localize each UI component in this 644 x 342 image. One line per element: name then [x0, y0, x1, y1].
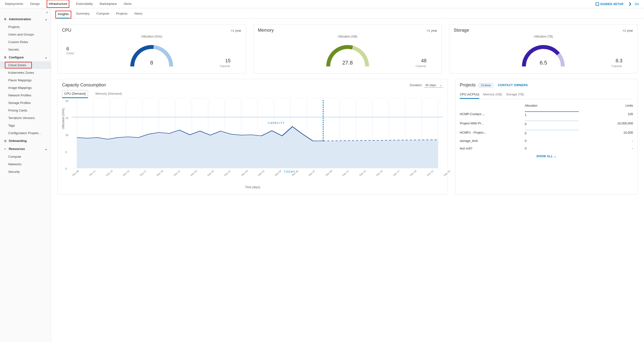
subtab-summary[interactable]: Summary [76, 12, 90, 19]
projects-col-limits: Limits [579, 104, 633, 107]
x-tick: Nov 09 [72, 175, 74, 177]
y-tick: 5 [66, 151, 67, 153]
sidebar-item-pricing-cards[interactable]: Pricing Cards [0, 107, 51, 114]
sidebar: « ⚙Administration⌄ProjectsUsers and Grou… [0, 8, 51, 342]
y-tick: 10 [66, 134, 68, 136]
sidebar-section-configure[interactable]: ⚙Configure⌄ [0, 53, 51, 61]
x-tick: Dec 15 [376, 175, 377, 177]
x-tick: Dec 01 [258, 175, 259, 177]
collapse-sidebar-icon[interactable]: « [46, 10, 48, 14]
x-tick: Nov 15 [122, 175, 124, 177]
guided-setup-button[interactable]: GUIDED SETUP [596, 3, 624, 6]
nav-infrastructure[interactable]: Infrastructure [47, 0, 69, 8]
nav-extensibility[interactable]: Extensibility [76, 0, 93, 8]
project-name: Project-With-Pr... [460, 121, 525, 125]
duration-label: Duration [410, 83, 422, 87]
sidebar-item-networks[interactable]: Networks [0, 160, 51, 168]
gauge-card-storage: Storage>1 yearUtilization (TB)6.58.3Capa… [449, 24, 638, 74]
project-limit: 100 [579, 112, 633, 116]
sidebar-item-image-mappings[interactable]: Image Mappings [0, 84, 51, 92]
x-tick: Dec 11 [342, 175, 344, 177]
sidebar-item-compute[interactable]: Compute [0, 153, 51, 160]
sidebar-section-administration[interactable]: ⚙Administration⌄ [0, 15, 51, 23]
nav-marketplace[interactable]: Marketplace [100, 0, 117, 8]
main-content: InsightsSummaryComputeProjectsAlerts CPU… [51, 8, 644, 342]
projects-col-allocation: Allocation [525, 104, 579, 107]
x-tick: Dec 13 [359, 175, 360, 177]
gauge-title: Memory [258, 28, 274, 33]
sidebar-item-custom-roles[interactable]: Custom Roles [0, 38, 51, 46]
contact-owners-link[interactable]: CONTACT OWNERS [498, 83, 528, 87]
gauge-capacity-value: 8.3 [616, 58, 622, 64]
x-tick: Nov 29 [241, 175, 242, 177]
consumption-chart [72, 100, 443, 168]
chevron-icon: ⌄ [45, 17, 48, 21]
projects-tab[interactable]: CPU (vCPUs) [460, 91, 479, 99]
y-tick: 20 [66, 100, 68, 102]
project-row: storage_limit0- [460, 137, 633, 145]
sidebar-item-projects[interactable]: Projects [0, 23, 51, 31]
subtab-projects[interactable]: Projects [116, 12, 128, 19]
gauge-capacity-value: 15 [225, 58, 230, 64]
y-tick: 0 [66, 167, 67, 170]
sidebar-item-secrets[interactable]: Secrets [0, 46, 51, 53]
sidebar-item-tags[interactable]: Tags [0, 122, 51, 129]
moon-icon[interactable] [628, 3, 631, 6]
project-name: HCMP1 - Project... [460, 131, 525, 134]
gauge-card-cpu: CPU>1 year6CoresUtilization (GHz)815Capa… [57, 24, 246, 74]
projects-title: Projects [460, 83, 476, 88]
sidebar-section-onboarding[interactable]: ◔Onboarding [0, 137, 51, 145]
sidebar-item-terraform-versions[interactable]: Terraform Versions [0, 114, 51, 122]
gauge-capacity-label: Capacity [416, 65, 426, 67]
truncated-text: DA [635, 2, 639, 6]
gear-icon: ⚙ [4, 56, 7, 59]
project-allocation: 0 [525, 130, 579, 135]
sidebar-item-security[interactable]: Security [0, 168, 51, 176]
x-tick: Nov 13 [106, 175, 107, 177]
share-icon: ⚬ [4, 147, 7, 151]
users-icon: ⚙ [4, 18, 7, 21]
project-allocation: 0 [525, 120, 579, 126]
x-tick: Dec 05 [291, 175, 293, 177]
gauge-value: 27.8 [258, 60, 437, 66]
x-tick: Dec 21 [426, 175, 428, 177]
y-tick: 15 [66, 117, 68, 119]
nav-deployments[interactable]: Deployments [5, 0, 23, 8]
sidebar-section-resources[interactable]: ⚬Resources⌄ [0, 145, 51, 153]
gauge-capacity-label: Capacity [612, 65, 622, 67]
project-allocation: 1 [525, 111, 579, 117]
project-row: HCMP-Contact-...1100 [460, 109, 633, 118]
sidebar-item-flavor-mappings[interactable]: Flavor Mappings [0, 76, 51, 84]
map-icon [596, 3, 599, 6]
projects-tab[interactable]: Storage (TB) [506, 91, 524, 99]
projects-tab[interactable]: Memory (GB) [483, 91, 502, 99]
show-all-button[interactable]: SHOW ALL ⌄ [460, 154, 633, 158]
onboard-icon: ◔ [4, 139, 7, 143]
nav-design[interactable]: Design [30, 0, 40, 8]
sidebar-item-kubernetes-zones[interactable]: Kubernetes Zones [0, 69, 51, 76]
x-tick: Dec 23 [443, 175, 445, 177]
sidebar-item-cloud-zones[interactable]: Cloud Zones [0, 61, 51, 69]
sidebar-item-configuration-propert-[interactable]: Configuration Propert... [0, 129, 51, 137]
gauge-range: >1 year [231, 29, 242, 32]
nav-alerts[interactable]: Alerts [124, 0, 132, 8]
gauge-capacity-label: Capacity [220, 65, 230, 67]
consumption-title: Capacity Consumption [62, 83, 106, 88]
subtab-alerts[interactable]: Alerts [134, 12, 142, 19]
x-tick: Dec 07 [308, 175, 310, 177]
top-nav: DeploymentsDesignInfrastructureExtensibi… [0, 0, 644, 8]
sidebar-item-users-and-groups[interactable]: Users and Groups [0, 31, 51, 38]
chevron-down-icon: ⌄ [554, 154, 556, 158]
projects-count-badge: 13 items [478, 83, 494, 87]
subtab-compute[interactable]: Compute [96, 12, 109, 19]
consumption-tab[interactable]: Memory (Demand) [93, 90, 124, 98]
x-tick: Nov 23 [190, 175, 192, 177]
x-tick: Dec 19 [410, 175, 411, 177]
sidebar-item-network-profiles[interactable]: Network Profiles [0, 92, 51, 99]
subtab-insights[interactable]: Insights [56, 11, 71, 19]
x-tick: Nov 21 [173, 175, 175, 177]
gauge-unit-label: Utilization (GB) [258, 35, 437, 38]
duration-select[interactable]: 30 days ⌄ [424, 83, 444, 88]
sidebar-item-storage-profiles[interactable]: Storage Profiles [0, 99, 51, 107]
consumption-tab[interactable]: CPU (Demand) [62, 90, 88, 98]
